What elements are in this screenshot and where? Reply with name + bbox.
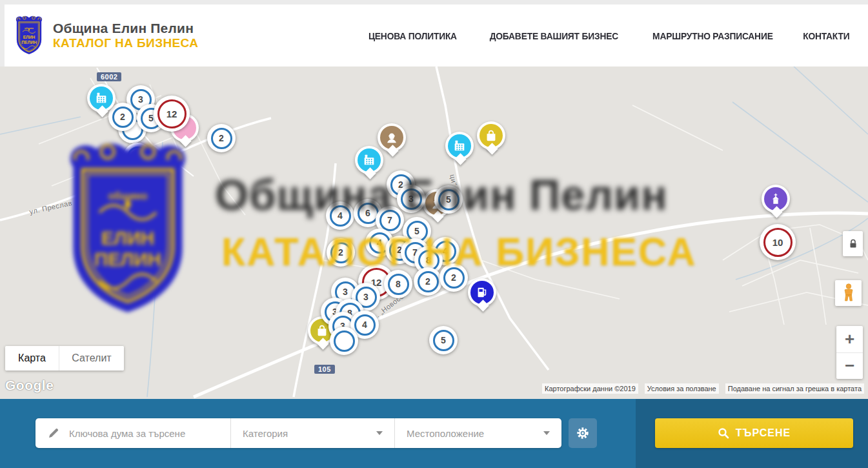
search-icon [718,427,729,439]
keyword-segment [35,418,231,448]
nav-item-contacts[interactable]: КОНТАКТИ [803,30,850,41]
site-title: Община Елин Пелин [53,21,198,36]
attribution-text: Картографски данни ©2019 [542,383,638,394]
keyword-search-input[interactable] [68,427,219,440]
satellite-view-button[interactable]: Сателит [59,346,124,371]
zoom-out-button[interactable]: − [836,353,863,380]
cluster-count: 5 [438,189,459,210]
map-pin-fuel-icon[interactable] [468,278,498,310]
cluster-count: 2 [330,242,352,263]
google-logo[interactable]: Google [5,378,54,393]
attribution-link[interactable]: Подаване на сигнал за грешка в картата [725,383,864,394]
nav-item-add-business[interactable]: ДОБАВЕТЕ ВАШИЯТ БИЗНЕС [490,30,618,41]
lock-icon [849,238,858,249]
site-subtitle: КАТАЛОГ НА БИЗНЕСА [53,36,198,50]
cluster-count: 7 [379,210,401,231]
map-type-control: Карта Сателит [5,346,124,371]
main-nav: ЦЕНОВА ПОЛИТИКАДОБАВЕТЕ ВАШИЯТ БИЗНЕСМАР… [365,5,852,66]
map-cluster-marker[interactable]: 2 [207,124,236,152]
map-pin-factory-icon[interactable] [445,132,475,163]
advanced-settings-button[interactable] [569,418,597,448]
map-view-button[interactable]: Карта [5,346,59,371]
map-cluster-marker[interactable]: 5 [434,185,463,214]
location-dropdown[interactable]: Местоположение [395,418,561,448]
location-dropdown-label: Местоположение [407,428,484,439]
cluster-count: 5 [433,330,454,351]
category-dropdown[interactable]: Категория [231,418,395,448]
map-pin-bag-icon[interactable] [477,121,507,153]
map-pin-church-icon[interactable] [762,185,791,216]
cluster-count [334,331,355,352]
cluster-count: 3 [401,188,422,210]
pencil-icon [47,427,60,440]
page: Община Елин Пелин КАТАЛОГ НА БИЗНЕСА ЦЕН… [0,0,868,468]
lock-control-button[interactable] [843,231,863,256]
map-cluster-marker[interactable]: 2 [327,238,355,267]
cluster-count: 2 [443,267,465,289]
map-markers-layer: 325122235467542748222128333834510 [0,66,868,399]
chevron-down-icon [543,431,550,435]
cluster-count: 2 [211,128,232,149]
map-cluster-marker[interactable]: 3 [397,185,425,213]
map-cluster-marker[interactable]: 8 [384,270,412,298]
cluster-count: 10 [763,228,792,257]
zoom-in-button[interactable]: + [836,326,863,353]
cluster-count: 4 [354,314,376,336]
map-cluster-marker[interactable]: 10 [760,224,796,260]
map-cluster-marker[interactable]: 4 [326,201,354,230]
nav-item-schedule[interactable]: МАРШРУТНО РАЗПИСАНИЕ [652,30,773,41]
municipality-crest-icon [13,15,45,56]
search-bar: Категория Местоположение ТЪРСЕНЕ [0,399,868,468]
map-cluster-marker[interactable] [123,143,152,171]
search-button[interactable]: ТЪРСЕНЕ [655,418,853,448]
attribution-link[interactable]: Условия за ползване [645,383,719,394]
map-cluster-marker[interactable]: 2 [414,267,442,296]
site-logo[interactable]: Община Елин Пелин КАТАЛОГ НА БИЗНЕСА [13,15,198,56]
map-cluster-marker[interactable]: 12 [154,96,190,132]
header: Община Елин Пелин КАТАЛОГ НА БИЗНЕСА ЦЕН… [0,5,868,67]
nav-item-pricing[interactable]: ЦЕНОВА ПОЛИТИКА [368,30,457,41]
chevron-down-icon [376,431,383,435]
cluster-count: 4 [330,205,351,227]
map-cluster-marker[interactable]: 5 [429,326,458,354]
search-input-group: Категория Местоположение [35,418,561,448]
map-cluster-marker[interactable] [330,327,358,355]
map-pin-factory-icon[interactable] [355,146,385,178]
map-attribution: Картографски данни ©2019Условия за ползв… [542,383,864,394]
cluster-count: 2 [418,271,439,292]
zoom-control: + − [836,326,863,379]
pegman-icon [842,283,856,303]
header-left-gap [0,5,5,66]
category-dropdown-label: Категория [243,428,288,439]
gear-icon [576,426,590,440]
map-pin-factory-icon[interactable] [87,84,117,116]
pegman-button[interactable] [835,280,862,306]
map-cluster-marker[interactable]: 2 [439,263,468,292]
cluster-count [127,147,148,168]
map-canvas[interactable]: ул. Преславбул. „Новоселци"6002105 32512… [0,66,868,399]
cluster-count: 8 [388,274,409,295]
search-button-label: ТЪРСЕНЕ [736,427,791,439]
cluster-count: 12 [157,99,187,128]
